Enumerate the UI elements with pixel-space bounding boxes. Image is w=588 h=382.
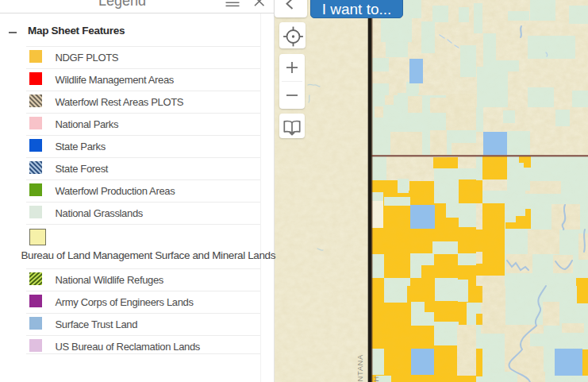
svg-text:MONTANA: MONTANA (355, 354, 364, 382)
svg-text:NORTH: NORTH (371, 376, 380, 382)
